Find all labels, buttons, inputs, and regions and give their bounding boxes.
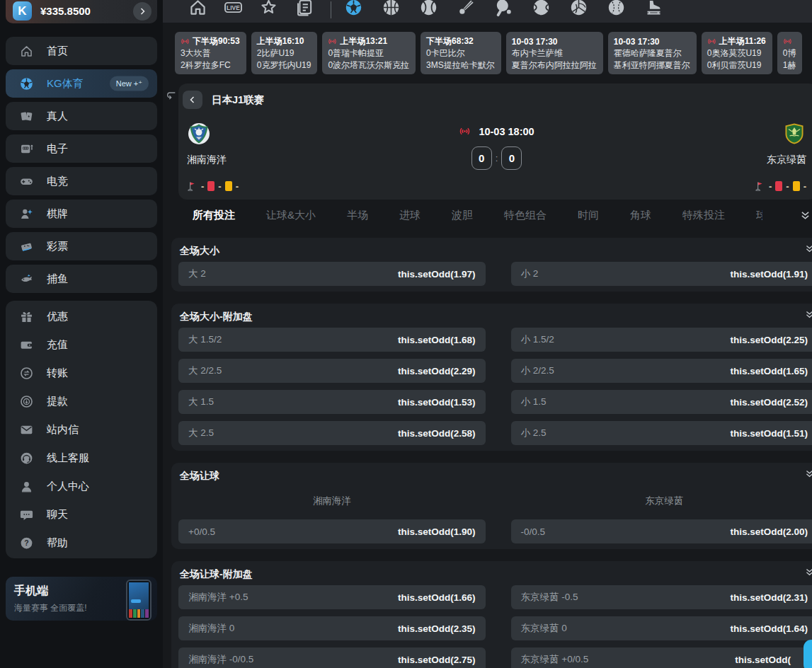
topbar-news-icon[interactable] <box>294 0 314 18</box>
sport-basketball-icon[interactable] <box>382 0 401 17</box>
sport-table-tennis-icon[interactable] <box>494 0 513 17</box>
home-team-badge <box>187 122 211 146</box>
match-time: 上半场11:26 <box>707 35 766 47</box>
bet-option[interactable]: 湘南海洋 -0/0.5this.setOdd(2.75) <box>178 647 486 668</box>
betslip-fab[interactable] <box>804 640 812 668</box>
expand-section-icon[interactable] <box>804 309 812 320</box>
bet-option[interactable]: 大 2this.setOdd(1.97) <box>178 262 486 286</box>
bet-option[interactable]: 小 2this.setOdd(1.91) <box>511 262 812 286</box>
bet-option-label: 大 2.5 <box>188 427 214 439</box>
tab-8[interactable]: 特殊投注 <box>682 209 725 222</box>
sidebar-item-gift[interactable]: 优惠 <box>6 302 157 330</box>
sidebar-item-help[interactable]: ?帮助 <box>6 529 157 557</box>
sidebar-item-wallet[interactable]: 充值 <box>6 330 157 359</box>
bet-option[interactable]: 大 2/2.5this.setOdd(2.29) <box>178 359 486 383</box>
sidebar-item-gamepad[interactable]: 电竞 <box>6 167 157 195</box>
bet-rows: 大 2this.setOdd(1.97)小 2this.setOdd(1.91) <box>178 262 812 286</box>
live-match-card[interactable]: 上半场16:102比萨U190克罗托内U19 <box>251 32 318 74</box>
bet-option-label: 湘南海洋 0 <box>188 622 234 635</box>
bet-option-label: 东京绿茵 0 <box>521 622 567 635</box>
column-header: 东京绿茵 <box>511 488 812 511</box>
tab-7[interactable]: 角球 <box>630 209 651 222</box>
phone-preview <box>126 580 151 621</box>
sidebar-item-withdraw[interactable]: 提款 <box>6 387 157 415</box>
topbar-live-icon[interactable]: LIVE <box>223 0 244 18</box>
bet-option[interactable]: 小 2.5this.setOdd(1.51) <box>511 421 812 445</box>
tab-0[interactable]: 所有投注 <box>193 209 235 222</box>
bet-option[interactable]: 东京绿茵 +0/0.5this.setOdd( <box>511 647 812 668</box>
bet-option[interactable]: 大 1.5this.setOdd(1.53) <box>178 390 486 414</box>
red-card-value: - <box>786 181 789 192</box>
sidebar-item-lottery[interactable]: 彩票 <box>6 232 157 260</box>
more-tabs-icon[interactable] <box>799 209 811 221</box>
live-match-card[interactable]: 10-03 17:30布内卡兰萨维夏普尔布内阿拉拉阿拉 <box>506 32 603 74</box>
bet-option-odd: this.setOdd(1.91) <box>730 269 808 280</box>
bet-option[interactable]: 东京绿茵 0this.setOdd(1.64) <box>511 616 812 640</box>
sidebar-item-soccer[interactable]: KG体育New +⁺ <box>6 69 157 98</box>
live-broadcast-icon <box>783 37 792 46</box>
live-match-card[interactable]: 0博1赫 <box>777 32 803 74</box>
bet-option[interactable]: 小 2/2.5this.setOdd(1.65) <box>511 359 812 383</box>
sidebar-item-service[interactable]: 线上客服 <box>6 444 157 472</box>
live-match-card[interactable]: 10-03 17:30霍德哈萨隆夏普尔基利亚特阿挪夏普尔 <box>608 32 697 74</box>
sidebar-item-transfer[interactable]: 转账 <box>6 359 157 387</box>
away-team-badge <box>782 122 806 146</box>
sport-tennis-icon[interactable] <box>532 0 551 17</box>
bet-section-title: 全场让球 <box>178 468 812 483</box>
tab-4[interactable]: 波胆 <box>452 209 473 222</box>
bet-option-odd: this.setOdd(2.52) <box>730 397 808 408</box>
tab-6[interactable]: 时间 <box>578 209 599 222</box>
live-match-card[interactable]: 下半场68:320卡巴比尔3MS提拉哈卡默尔 <box>421 32 501 74</box>
balance-card: K ¥335.8500 <box>6 0 157 23</box>
sidebar-item-label: 彩票 <box>47 240 68 253</box>
sidebar-item-slot[interactable]: 电子 <box>6 134 157 163</box>
sport-badminton-icon[interactable] <box>457 0 476 17</box>
home-team-name: 湘南海洋 <box>187 154 392 166</box>
sidebar-item-label: 帮助 <box>47 536 68 550</box>
expand-balance-button[interactable] <box>133 2 151 21</box>
bet-option-label: 小 2 <box>521 267 539 280</box>
bet-option[interactable]: +0/0.5this.setOdd(1.90) <box>178 519 486 543</box>
bet-option-odd: this.setOdd(2.75) <box>398 655 476 665</box>
sport-cricket-icon[interactable] <box>607 0 626 17</box>
bet-option-odd: this.setOdd( <box>735 655 808 665</box>
sidebar-item-chat[interactable]: 聊天 <box>6 500 157 529</box>
mobile-app-promo[interactable]: 手机端 海量赛事 全面覆盖! <box>6 577 157 621</box>
bet-option[interactable]: -0/0.5this.setOdd(2.00) <box>511 519 812 543</box>
topbar-home-icon[interactable] <box>188 0 208 18</box>
sport-soccer-icon[interactable] <box>344 0 363 17</box>
sidebar-item-fish[interactable]: 捕鱼 <box>6 265 157 293</box>
bet-option[interactable]: 湘南海洋 +0.5this.setOdd(1.66) <box>178 585 486 609</box>
bet-option[interactable]: 小 1.5/2this.setOdd(2.25) <box>511 328 812 352</box>
bet-option[interactable]: 小 1.5this.setOdd(2.52) <box>511 390 812 414</box>
tab-1[interactable]: 让球&大小 <box>266 209 316 222</box>
expand-section-icon[interactable] <box>804 468 812 479</box>
sport-skate-icon[interactable] <box>644 0 663 17</box>
sidebar-item-chess[interactable]: 棋牌 <box>6 200 157 228</box>
sport-baseball-icon[interactable] <box>419 0 438 17</box>
bet-option[interactable]: 大 1.5/2this.setOdd(1.68) <box>178 328 486 352</box>
tab-2[interactable]: 半场 <box>347 209 368 222</box>
sport-volleyball-icon[interactable] <box>569 0 588 17</box>
sidebar-item-label: 提款 <box>47 395 68 408</box>
sidebar-item-mail[interactable]: 站内信 <box>6 415 157 444</box>
sidebar-item-home[interactable]: 首页 <box>6 37 157 65</box>
sidebar-item-user[interactable]: 个人中心 <box>6 472 157 500</box>
tab-9[interactable]: 球 <box>756 209 762 222</box>
bet-option-odd: this.setOdd(1.97) <box>398 269 476 280</box>
back-button[interactable] <box>183 91 202 109</box>
expand-section-icon[interactable] <box>804 243 812 254</box>
live-match-card[interactable]: 上半场13:210普瑞卡帕提亚0波尔塔瓦沃尔斯克拉 <box>322 32 416 74</box>
bet-section-title: 全场大小 <box>178 243 812 258</box>
bet-option[interactable]: 东京绿茵 -0.5this.setOdd(2.31) <box>511 585 812 609</box>
tab-5[interactable]: 特色组合 <box>504 209 547 222</box>
bet-option[interactable]: 大 2.5this.setOdd(2.58) <box>178 421 486 445</box>
sidebar-item-cards[interactable]: 真人 <box>6 102 157 130</box>
tab-3[interactable]: 进球 <box>399 209 421 222</box>
expand-section-icon[interactable] <box>804 567 812 577</box>
bet-option[interactable]: 湘南海洋 0this.setOdd(2.35) <box>178 616 486 640</box>
topbar-star-icon[interactable] <box>258 0 279 18</box>
live-match-card[interactable]: 下半场90:533大坎普2科罗拉多FC <box>175 32 246 74</box>
live-match-card[interactable]: 上半场11:260奥洛莫茨U190利贝雷茨U19 <box>702 32 772 74</box>
bet-option-odd: this.setOdd(1.68) <box>398 335 476 345</box>
